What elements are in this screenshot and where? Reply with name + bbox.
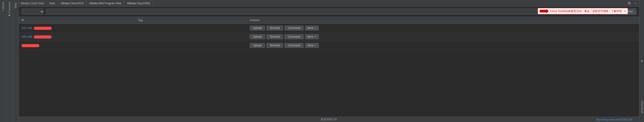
- tab-ecs[interactable]: Alibaba Cloud ECS: [58, 0, 86, 6]
- favorites-label[interactable]: ★ 2: Favorites: [8, 1, 11, 18]
- hosts-table: IP Tag Actions 192.168. Upload Terminal: [19, 17, 639, 50]
- notification-text: Cloud Toolkit站桩最赏活动！重金！进群也可领奖！了解详情: [550, 9, 622, 13]
- cell-tag-1: [135, 24, 247, 33]
- view-label: Alibaba Cloud View:: [20, 2, 44, 5]
- terminal-button-3[interactable]: Terminal: [266, 43, 283, 48]
- table-header-row: IP Tag Actions: [19, 17, 639, 24]
- command-button-1[interactable]: Command: [284, 26, 304, 30]
- cell-ip-2: 192.168.: [19, 33, 135, 41]
- table-row: 192.168. Upload Terminal Command More: [19, 24, 639, 33]
- notification-arrow-icon: [540, 9, 549, 13]
- cell-actions-1: Upload Terminal Command More: [247, 24, 639, 33]
- main-content: Alibaba Cloud View: Host Alibaba Cloud E…: [19, 0, 639, 122]
- action-buttons-1: Upload Terminal Command More: [250, 26, 636, 30]
- table-row: 192.168. Upload Terminal Command More: [19, 33, 639, 41]
- web-label: Web: [14, 3, 17, 8]
- table-container: IP Tag Actions 192.168. Upload Terminal: [19, 17, 639, 117]
- ip-redacted-2: [34, 35, 52, 39]
- cell-ip-1: 192.168.: [19, 24, 135, 33]
- ip-redacted-3: [22, 44, 40, 47]
- table-row: Upload Terminal Command More: [19, 41, 639, 50]
- cell-tag-3: [135, 41, 247, 50]
- cell-actions-2: Upload Terminal Command More: [247, 33, 639, 41]
- nav-icons: ⚙ −: [627, 1, 637, 6]
- status-text: 数据加载完毕: [321, 118, 337, 121]
- header-tag: Tag: [135, 17, 247, 24]
- jrebel-label: JRebel: [2, 2, 4, 9]
- favorites-text: Favorites: [8, 2, 11, 12]
- favorites-number: 2:: [8, 12, 11, 14]
- tab-rds[interactable]: Alibaba Cloud RDS: [124, 0, 153, 6]
- ip-text-1[interactable]: 192.168.: [22, 26, 33, 30]
- header-actions: Actions: [247, 17, 639, 24]
- ip-redacted-1: [34, 27, 52, 30]
- upload-button-2[interactable]: Upload: [250, 34, 265, 39]
- upload-button-1[interactable]: Upload: [250, 26, 265, 30]
- web-icon[interactable]: Web: [14, 1, 17, 10]
- filter-select-wrapper: [22, 8, 44, 15]
- favorites-sidebar: ★ 2: Favorites: [6, 0, 12, 122]
- cell-tag-2: [135, 33, 247, 41]
- ip-text-2[interactable]: 192.168.: [22, 35, 33, 38]
- star-icon: ★: [8, 14, 11, 17]
- jrebel-icon[interactable]: J JRebel: [1, 0, 5, 13]
- top-nav: Alibaba Cloud View: Host Alibaba Cloud E…: [19, 0, 639, 7]
- notification-banner: Cloud Toolkit站桩最赏活动！重金！进群也可领奖！了解详情 ×: [538, 8, 628, 14]
- filter-select[interactable]: [22, 8, 44, 15]
- jrebel-sidebar: J JRebel: [0, 0, 6, 122]
- upload-button-3[interactable]: Upload: [250, 43, 265, 48]
- terminal-button-1[interactable]: Terminal: [266, 26, 283, 30]
- right-sidebar: ≡ Word Book: [639, 0, 644, 122]
- search-input[interactable]: [46, 8, 598, 15]
- toolbar: Search Add Host Cloud Toolkit站桩最赏活动！重金！进…: [19, 7, 639, 17]
- command-button-2[interactable]: Command: [284, 34, 304, 39]
- cell-ip-3: [19, 41, 135, 50]
- header-ip: IP: [19, 17, 135, 24]
- terminal-button-2[interactable]: Terminal: [266, 34, 283, 39]
- action-buttons-3: Upload Terminal Command More: [250, 43, 636, 48]
- action-buttons-2: Upload Terminal Command More: [250, 34, 636, 39]
- word-book-label[interactable]: Word Book: [641, 101, 644, 113]
- more-button-1[interactable]: More: [305, 26, 319, 30]
- status-bar: 数据加载完毕 https://blog.csdn.net/u012632105: [19, 117, 639, 122]
- command-button-3[interactable]: Command: [284, 43, 304, 48]
- tab-host[interactable]: Host: [47, 0, 58, 6]
- cell-actions-3: Upload Terminal Command More: [247, 41, 639, 50]
- notification-close-button[interactable]: ×: [624, 9, 626, 13]
- settings-icon[interactable]: ⚙: [627, 1, 632, 6]
- tab-mini[interactable]: Alibaba Mini Program View: [86, 0, 124, 6]
- book-icon: ≡: [641, 59, 643, 63]
- more-button-2[interactable]: More: [305, 34, 319, 39]
- status-url[interactable]: https://blog.csdn.net/u012632105: [596, 118, 632, 121]
- web-sidebar: Web: [12, 0, 19, 122]
- minimize-icon[interactable]: −: [634, 1, 637, 6]
- svg-marker-0: [540, 9, 549, 13]
- more-button-3[interactable]: More: [305, 43, 319, 48]
